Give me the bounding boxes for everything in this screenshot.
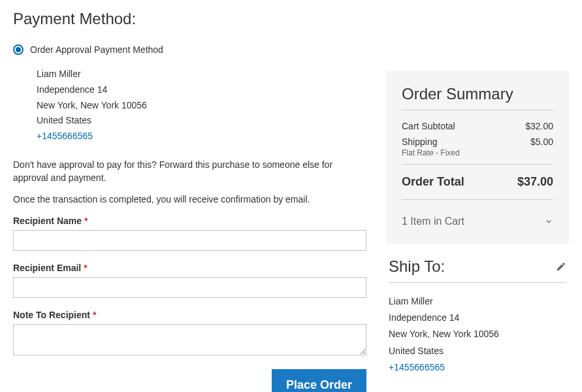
approval-info-text: Don't have approval to pay for this? For… (13, 159, 366, 184)
payment-method-label: Order Approval Payment Method (30, 44, 163, 55)
cart-items-toggle[interactable]: 1 Item in Cart (402, 206, 553, 230)
billing-country: United States (37, 113, 366, 129)
recipient-email-input[interactable] (13, 277, 366, 298)
recipient-name-label: Recipient Name* (13, 216, 366, 226)
cart-items-label: 1 Item in Cart (402, 216, 464, 227)
billing-city: New York, New York 10056 (37, 98, 366, 114)
page-title: Payment Method: (13, 10, 569, 28)
subtotal-value: $32.00 (525, 121, 553, 131)
order-total-label: Order Total (402, 175, 464, 189)
note-to-recipient-label: Note To Recipient* (13, 310, 366, 320)
edit-ship-to-icon[interactable] (556, 261, 566, 272)
shipping-method-title: Shipping Method: (389, 389, 511, 392)
order-total-value: $37.00 (517, 175, 553, 189)
order-summary-panel: Order Summary Cart Subtotal $32.00 Shipp… (386, 71, 569, 244)
subtotal-label: Cart Subtotal (402, 121, 455, 131)
billing-address: Liam Miller Independence 14 New York, Ne… (37, 67, 366, 144)
place-order-button[interactable]: Place Order (272, 369, 366, 392)
shipto-name: Liam Miller (389, 293, 566, 310)
payment-method-panel: Order Approval Payment Method Liam Mille… (13, 44, 366, 392)
billing-phone-link[interactable]: +1455666565 (37, 131, 93, 141)
chevron-down-icon (544, 217, 553, 226)
shipto-country: United States (389, 343, 566, 359)
recipient-name-input[interactable] (13, 230, 366, 251)
shipping-method-panel: Shipping Method: Flat Rate - Fixed (386, 376, 569, 392)
note-to-recipient-input[interactable] (13, 324, 366, 355)
billing-name: Liam Miller (37, 67, 366, 82)
shipto-city: New York, New York 10056 (389, 326, 566, 342)
confirmation-info-text: Once the transaction is completed, you w… (13, 193, 366, 206)
shipping-label: Shipping (402, 137, 438, 147)
recipient-email-label: Recipient Email* (13, 263, 366, 273)
ship-to-title: Ship To: (389, 257, 445, 276)
shipping-sub-label: Flat Rate - Fixed (402, 148, 553, 157)
shipto-street: Independence 14 (389, 310, 566, 326)
payment-method-radio-row[interactable]: Order Approval Payment Method (13, 44, 366, 55)
radio-selected-icon (13, 44, 24, 55)
shipping-value: $5.00 (530, 137, 553, 147)
billing-street: Independence 14 (37, 82, 366, 98)
ship-to-panel: Ship To: Liam Miller Independence 14 New… (386, 244, 569, 376)
shipto-phone-link[interactable]: +1455666565 (389, 362, 445, 372)
order-summary-title: Order Summary (402, 85, 553, 110)
